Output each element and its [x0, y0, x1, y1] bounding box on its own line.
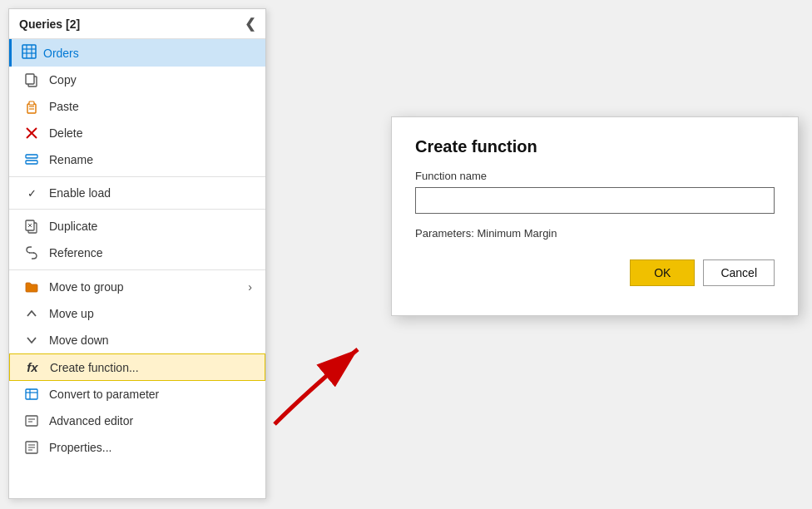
table-icon — [22, 44, 37, 62]
divider-1 — [9, 176, 265, 177]
cancel-button[interactable]: Cancel — [703, 259, 775, 286]
orders-item[interactable]: Orders — [9, 39, 265, 67]
advanced-editor-icon — [22, 413, 41, 428]
reference-label: Reference — [49, 246, 252, 259]
move-down-label: Move down — [49, 334, 252, 347]
panel-title: Queries [2] — [19, 17, 80, 31]
panel-header: Queries [2] ❮ — [9, 9, 265, 39]
delete-label: Delete — [49, 126, 252, 140]
duplicate-icon — [22, 219, 41, 234]
copy-icon — [22, 72, 41, 87]
menu-item-move-to-group[interactable]: Move to group › — [9, 274, 265, 300]
reference-icon — [22, 245, 41, 260]
dialog-buttons: OK Cancel — [392, 246, 798, 286]
menu-item-advanced-editor[interactable]: Advanced editor — [9, 408, 265, 434]
properties-icon — [22, 440, 41, 455]
menu-item-delete[interactable]: Delete — [9, 120, 265, 146]
menu-item-move-down[interactable]: Move down — [9, 327, 265, 353]
properties-label: Properties... — [49, 441, 252, 454]
divider-3 — [9, 269, 265, 270]
menu-item-enable-load[interactable]: ✓ Enable load — [9, 180, 265, 205]
folder-icon — [22, 279, 41, 294]
divider-2 — [9, 209, 265, 210]
move-to-group-label: Move to group — [49, 280, 248, 294]
checkmark-icon: ✓ — [22, 187, 41, 200]
menu-item-rename[interactable]: Rename — [9, 146, 265, 173]
context-menu-panel: Queries [2] ❮ Orders Copy — [8, 8, 266, 499]
function-name-input[interactable] — [415, 187, 775, 214]
svg-rect-6 — [26, 74, 34, 84]
menu-item-move-up[interactable]: Move up — [9, 300, 265, 327]
svg-rect-23 — [26, 416, 37, 426]
copy-label: Copy — [49, 73, 252, 86]
submenu-arrow-icon: › — [248, 280, 252, 294]
duplicate-label: Duplicate — [49, 220, 252, 233]
svg-rect-14 — [26, 161, 37, 164]
delete-icon — [22, 126, 41, 141]
collapse-icon[interactable]: ❮ — [245, 16, 255, 32]
move-up-icon — [22, 306, 41, 321]
create-function-dialog: Create function Function name Parameters… — [391, 116, 799, 316]
arrow-annotation — [258, 324, 399, 432]
dialog-title: Create function — [392, 117, 798, 170]
svg-rect-20 — [26, 389, 37, 399]
dialog-body: Function name Parameters: Minimum Margin — [392, 170, 798, 240]
menu-item-properties[interactable]: Properties... — [9, 434, 265, 461]
menu-item-duplicate[interactable]: Duplicate — [9, 213, 265, 240]
create-function-label: Create function... — [50, 361, 251, 374]
params-label: Parameters: Minimum Margin — [415, 227, 775, 240]
convert-to-param-label: Convert to parameter — [49, 388, 252, 401]
function-name-label: Function name — [415, 170, 775, 182]
move-up-label: Move up — [49, 307, 252, 320]
ok-button[interactable]: OK — [630, 259, 695, 286]
advanced-editor-label: Advanced editor — [49, 414, 252, 427]
convert-icon — [22, 387, 41, 402]
svg-rect-0 — [22, 45, 36, 58]
rename-icon — [22, 152, 41, 167]
svg-rect-13 — [26, 155, 37, 158]
enable-load-label: Enable load — [49, 186, 252, 200]
move-down-icon — [22, 333, 41, 348]
menu-item-reference[interactable]: Reference — [9, 240, 265, 266]
menu-item-paste[interactable]: Paste — [9, 93, 265, 120]
paste-icon — [22, 99, 41, 114]
fx-icon: fx — [23, 360, 42, 374]
svg-rect-8 — [29, 101, 34, 105]
orders-label: Orders — [43, 47, 79, 60]
menu-item-convert-to-param[interactable]: Convert to parameter — [9, 381, 265, 408]
menu-item-copy[interactable]: Copy — [9, 67, 265, 93]
rename-label: Rename — [49, 153, 252, 166]
paste-label: Paste — [49, 100, 252, 113]
menu-item-create-function[interactable]: fx Create function... — [9, 353, 265, 381]
